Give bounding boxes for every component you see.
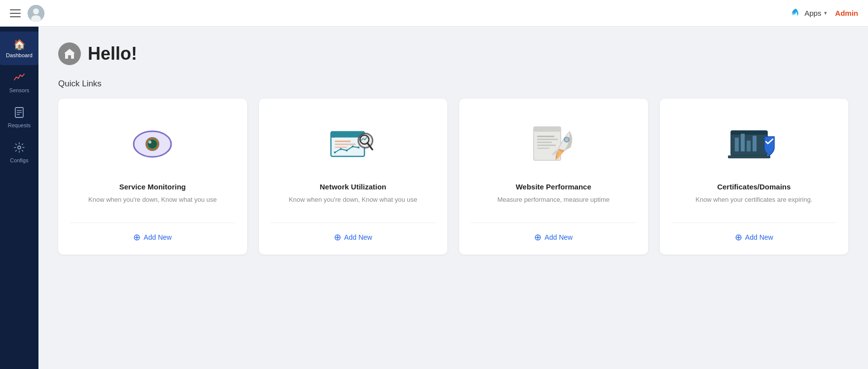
add-new-label-3: Add New: [544, 233, 573, 241]
card-icon-service-monitoring: [125, 114, 180, 174]
sidebar-item-requests[interactable]: Requests: [0, 100, 38, 135]
add-circle-icon-2: ⊕: [334, 232, 341, 243]
sidebar-label-dashboard: Dashboard: [6, 52, 33, 58]
svg-point-12: [148, 141, 151, 144]
apps-icon: [791, 8, 801, 19]
home-badge-icon: [58, 42, 81, 65]
svg-point-21: [340, 148, 342, 150]
add-new-service-monitoring[interactable]: ⊕ Add New: [133, 232, 172, 243]
svg-point-1: [33, 8, 39, 14]
card-service-monitoring: Service Monitoring Know when you're down…: [58, 99, 247, 255]
chevron-down-icon: ▾: [824, 10, 827, 16]
sidebar: 🏠 Dashboard Sensors Requests: [0, 27, 38, 369]
apps-label: Apps: [804, 9, 821, 17]
quick-links-label: Quick Links: [58, 79, 848, 89]
card-website-performance: Website Performance Measure performance,…: [459, 99, 648, 255]
service-monitoring-illustration: [125, 122, 180, 166]
network-utilization-illustration: [326, 122, 380, 166]
website-performance-illustration: [526, 122, 580, 166]
svg-rect-33: [537, 142, 552, 143]
page-title: Hello!: [88, 43, 137, 64]
svg-rect-32: [537, 139, 558, 140]
sidebar-item-configs[interactable]: Configs: [0, 135, 38, 170]
svg-rect-38: [731, 131, 767, 135]
svg-rect-18: [335, 144, 356, 145]
topnav-left: [10, 5, 44, 22]
certificates-domains-illustration: [727, 122, 781, 166]
card-certificates-domains: Certificates/Domains Know when your cert…: [660, 99, 849, 255]
topnav-right: Apps ▾ Admin: [791, 8, 858, 19]
card-desc-service-monitoring: Know when you're down, Know what you use: [88, 196, 217, 214]
svg-rect-43: [728, 155, 770, 158]
add-new-label-1: Add New: [144, 233, 172, 241]
configs-icon: [14, 142, 25, 155]
card-icon-website-performance: [526, 114, 580, 174]
cards-grid: Service Monitoring Know when you're down…: [58, 99, 848, 255]
add-new-network-utilization[interactable]: ⊕ Add New: [334, 232, 372, 243]
home-icon: 🏠: [13, 38, 26, 50]
card-divider-1: [70, 222, 235, 223]
add-circle-icon-4: ⊕: [735, 232, 742, 243]
svg-rect-31: [537, 136, 554, 137]
page-header: Hello!: [58, 42, 848, 65]
add-new-certificates-domains[interactable]: ⊕ Add New: [735, 232, 773, 243]
admin-label[interactable]: Admin: [835, 9, 858, 17]
svg-point-20: [334, 151, 336, 153]
svg-rect-30: [534, 127, 561, 132]
apps-button[interactable]: Apps ▾: [791, 8, 827, 19]
svg-rect-41: [747, 141, 751, 151]
card-icon-network-utilization: [326, 114, 380, 174]
card-divider-4: [672, 222, 837, 223]
svg-rect-19: [335, 147, 347, 148]
card-title-service-monitoring: Service Monitoring: [119, 183, 186, 191]
card-title-network-utilization: Network Utilization: [320, 183, 386, 191]
svg-point-7: [18, 146, 21, 149]
card-network-utilization: Network Utilization Know when you're dow…: [259, 99, 448, 255]
svg-point-23: [352, 146, 354, 148]
sidebar-label-configs: Configs: [10, 157, 28, 163]
avatar[interactable]: [28, 5, 44, 22]
add-circle-icon-1: ⊕: [133, 232, 141, 243]
svg-point-24: [358, 147, 360, 148]
svg-point-36: [564, 137, 569, 142]
sensors-icon: [14, 72, 25, 85]
card-desc-website-performance: Measure performance, measure uptime: [497, 196, 610, 214]
card-icon-certificates-domains: [727, 114, 781, 174]
card-title-certificates-domains: Certificates/Domains: [717, 183, 791, 191]
card-divider-2: [271, 222, 436, 223]
hamburger-menu[interactable]: [10, 9, 21, 17]
sidebar-label-sensors: Sensors: [9, 87, 29, 93]
card-desc-network-utilization: Know when you're down, Know what you use: [289, 196, 417, 214]
add-new-label-2: Add New: [344, 233, 372, 241]
sidebar-label-requests: Requests: [8, 122, 31, 128]
add-new-label-4: Add New: [745, 233, 773, 241]
svg-rect-17: [335, 141, 351, 142]
svg-rect-35: [537, 148, 549, 149]
svg-rect-39: [735, 138, 739, 151]
svg-rect-40: [741, 134, 745, 151]
svg-rect-42: [753, 136, 757, 151]
sidebar-item-sensors[interactable]: Sensors: [0, 65, 38, 100]
requests-icon: [14, 107, 24, 120]
top-nav: Apps ▾ Admin: [0, 0, 868, 27]
add-new-website-performance[interactable]: ⊕ Add New: [534, 232, 573, 243]
add-circle-icon-3: ⊕: [534, 232, 542, 243]
card-desc-certificates-domains: Know when your certificates are expiring…: [695, 196, 812, 214]
card-title-website-performance: Website Performance: [516, 183, 591, 191]
svg-point-22: [346, 149, 348, 151]
card-divider-3: [471, 222, 636, 223]
main-content: Hello! Quick Links: [38, 27, 868, 369]
svg-rect-34: [537, 145, 556, 146]
sidebar-item-dashboard[interactable]: 🏠 Dashboard: [0, 32, 38, 65]
body-wrap: 🏠 Dashboard Sensors Requests: [0, 27, 868, 369]
